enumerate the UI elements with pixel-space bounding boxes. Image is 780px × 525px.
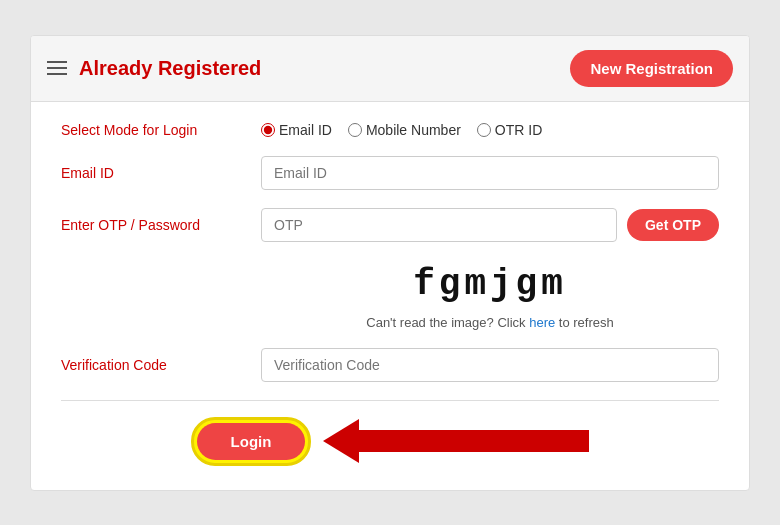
email-input[interactable] xyxy=(261,156,719,190)
radio-email-label: Email ID xyxy=(279,122,332,138)
otp-label: Enter OTP / Password xyxy=(61,217,261,233)
get-otp-button[interactable]: Get OTP xyxy=(627,209,719,241)
divider xyxy=(61,400,719,401)
radio-email-input[interactable] xyxy=(261,123,275,137)
radio-mobile-input[interactable] xyxy=(348,123,362,137)
verification-input[interactable] xyxy=(261,348,719,382)
header: Already Registered New Registration xyxy=(31,36,749,102)
captcha-refresh-link[interactable]: here xyxy=(529,315,555,330)
arrow-body xyxy=(359,430,589,452)
login-mode-radio-group: Email ID Mobile Number OTR ID xyxy=(261,122,719,138)
email-label: Email ID xyxy=(61,165,261,181)
radio-otr-option[interactable]: OTR ID xyxy=(477,122,542,138)
select-mode-label: Select Mode for Login xyxy=(61,122,261,138)
login-button-wrapper: Login xyxy=(191,417,312,466)
captcha-refresh-prefix: Can't read the image? Click xyxy=(366,315,529,330)
otp-row: Enter OTP / Password Get OTP xyxy=(61,208,719,242)
verification-row: Verification Code xyxy=(61,348,719,382)
arrow-head-icon xyxy=(323,419,359,463)
captcha-refresh-text: Can't read the image? Click here to refr… xyxy=(366,315,613,330)
verification-label: Verification Code xyxy=(61,357,261,373)
login-row: Login xyxy=(61,417,719,466)
email-row: Email ID xyxy=(61,156,719,190)
captcha-image: fgmjgm xyxy=(401,260,579,309)
new-registration-button[interactable]: New Registration xyxy=(570,50,733,87)
otp-input-area: Get OTP xyxy=(261,208,719,242)
email-input-wrapper xyxy=(261,156,719,190)
login-btn-highlight: Login xyxy=(191,417,312,466)
radio-email-option[interactable]: Email ID xyxy=(261,122,332,138)
captcha-refresh-suffix: to refresh xyxy=(555,315,614,330)
verification-input-wrapper xyxy=(261,348,719,382)
radio-otr-input[interactable] xyxy=(477,123,491,137)
login-form-container: Already Registered New Registration Sele… xyxy=(30,35,750,491)
page-title: Already Registered xyxy=(79,57,261,80)
radio-mobile-option[interactable]: Mobile Number xyxy=(348,122,461,138)
radio-mobile-label: Mobile Number xyxy=(366,122,461,138)
radio-otr-label: OTR ID xyxy=(495,122,542,138)
arrow-area xyxy=(323,419,589,463)
login-button[interactable]: Login xyxy=(197,423,306,460)
form-area: Select Mode for Login Email ID Mobile Nu… xyxy=(31,102,749,490)
otp-input[interactable] xyxy=(261,208,617,242)
header-left: Already Registered xyxy=(47,57,261,80)
select-mode-row: Select Mode for Login Email ID Mobile Nu… xyxy=(61,122,719,138)
captcha-area: fgmjgm Can't read the image? Click here … xyxy=(261,260,719,330)
hamburger-icon[interactable] xyxy=(47,61,67,75)
